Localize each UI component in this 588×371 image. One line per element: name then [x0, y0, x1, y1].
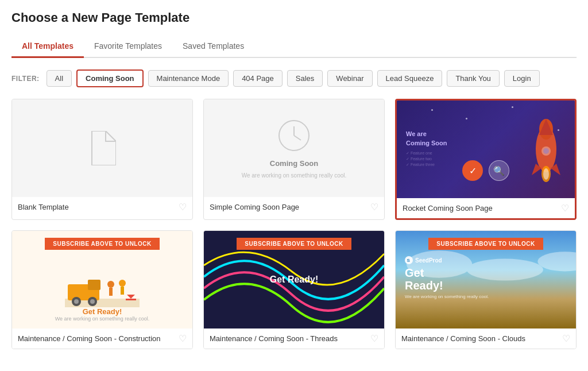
- rocket-list-item-3: ✓ Feature three: [406, 163, 447, 167]
- heart-icon-simple[interactable]: ♡: [370, 202, 378, 212]
- subscribe-label-clouds: SUBSCRIBE ABOVE TO UNLOCK: [428, 238, 543, 250]
- filter-btn-login[interactable]: Login: [504, 70, 540, 87]
- subscribe-label-threads: SUBSCRIBE ABOVE TO UNLOCK: [237, 238, 351, 250]
- filter-btn-thank-you[interactable]: Thank You: [447, 70, 499, 87]
- rocket-left-content: We are Coming Soon ✓ Feature one ✓ Featu…: [397, 119, 457, 180]
- template-preview-clouds: SUBSCRIBE ABOVE TO UNLOCK S: [396, 231, 576, 329]
- template-preview-construction: SUBSCRIBE ABOVE TO UNLOCK: [12, 231, 192, 329]
- svg-rect-21: [126, 299, 136, 300]
- page-title: Choose a New Page Template: [11, 10, 577, 25]
- clouds-bg: SUBSCRIBE ABOVE TO UNLOCK S: [396, 231, 576, 329]
- rocket-list-item-2: ✓ Feature two: [406, 157, 447, 161]
- blank-template-icon: [88, 131, 116, 165]
- filter-btn-lead-squeeze[interactable]: Lead Squeeze: [377, 70, 443, 87]
- subscribe-banner-clouds: SUBSCRIBE ABOVE TO UNLOCK: [396, 238, 576, 250]
- star-2: [466, 118, 467, 119]
- page-container: Choose a New Page Template All Templates…: [0, 0, 588, 371]
- template-name-threads: Maintenance / Coming Soon - Threads: [210, 334, 338, 343]
- threads-bg: SUBSCRIBE ABOVE TO UNLOCK Get Ready!: [204, 231, 384, 329]
- filter-btn-maintenance[interactable]: Maintenance Mode: [148, 70, 229, 87]
- template-footer-clouds: Maintenance / Coming Soon - Clouds ♡: [396, 329, 576, 349]
- construction-illustration: [65, 256, 140, 307]
- clouds-sub: We are working on something really cool.: [405, 294, 567, 299]
- construction-text-area: Get Ready! We are working on something r…: [55, 307, 149, 322]
- rocket-bg: We are Coming Soon ✓ Feature one ✓ Featu…: [397, 101, 575, 198]
- template-preview-rocket: We are Coming Soon ✓ Feature one ✓ Featu…: [397, 101, 575, 198]
- template-preview-simple: Coming Soon We are working on something …: [204, 99, 384, 197]
- templates-grid: Blank Template ♡ Coming Soon We are work: [11, 99, 577, 349]
- filter-btn-404[interactable]: 404 Page: [233, 70, 283, 87]
- coming-soon-sublabel: We are working on something really cool.: [242, 172, 347, 179]
- template-preview-blank: [12, 99, 192, 197]
- svg-text:S: S: [407, 258, 411, 263]
- template-footer-rocket: Rocket Coming Soon Page ♡: [397, 198, 575, 218]
- template-name-rocket: Rocket Coming Soon Page: [403, 204, 493, 212]
- svg-point-13: [74, 299, 79, 304]
- tabs-bar: All Templates Favorite Templates Saved T…: [11, 36, 577, 58]
- filter-row: FILTER: All Coming Soon Maintenance Mode…: [11, 69, 577, 87]
- filter-btn-sales[interactable]: Sales: [287, 70, 323, 87]
- subscribe-banner-construction: SUBSCRIBE ABOVE TO UNLOCK: [12, 238, 192, 250]
- filter-btn-all[interactable]: All: [47, 70, 72, 87]
- svg-rect-19: [121, 287, 124, 295]
- svg-marker-20: [127, 295, 135, 299]
- template-card-construction[interactable]: SUBSCRIBE ABOVE TO UNLOCK: [11, 230, 193, 349]
- template-card-rocket[interactable]: We are Coming Soon ✓ Feature one ✓ Featu…: [395, 99, 577, 220]
- template-name-blank: Blank Template: [18, 203, 69, 211]
- heart-icon-threads[interactable]: ♡: [370, 333, 378, 344]
- tab-favorite-templates[interactable]: Favorite Templates: [84, 36, 172, 58]
- template-preview-threads: SUBSCRIBE ABOVE TO UNLOCK Get Ready!: [204, 231, 384, 329]
- template-card-blank[interactable]: Blank Template ♡: [11, 99, 193, 220]
- svg-point-18: [119, 280, 126, 287]
- seedprod-logo-icon: S: [405, 256, 413, 264]
- construction-bg: SUBSCRIBE ABOVE TO UNLOCK: [12, 231, 192, 329]
- subscribe-label-construction: SUBSCRIBE ABOVE TO UNLOCK: [45, 238, 159, 250]
- svg-point-16: [107, 281, 114, 288]
- clock-icon: [277, 118, 311, 154]
- template-footer-construction: Maintenance / Coming Soon - Construction…: [12, 329, 192, 349]
- threads-text-area: Get Ready!: [270, 275, 318, 285]
- template-footer-blank: Blank Template ♡: [12, 197, 192, 217]
- clouds-content: S SeedProd GetReady! We are working on s…: [405, 256, 567, 299]
- svg-point-15: [90, 299, 95, 304]
- simple-coming-soon-preview: Coming Soon We are working on something …: [242, 118, 347, 179]
- construction-sub: We are working on something really cool.: [55, 316, 149, 322]
- template-card-threads[interactable]: SUBSCRIBE ABOVE TO UNLOCK Get Ready! Ma: [203, 230, 385, 349]
- tab-all-templates[interactable]: All Templates: [11, 36, 84, 58]
- template-card-clouds[interactable]: SUBSCRIBE ABOVE TO UNLOCK S: [395, 230, 577, 349]
- rocket-list: ✓ Feature one ✓ Feature two ✓ Feature th…: [406, 151, 447, 167]
- svg-rect-11: [88, 280, 100, 290]
- rocket-subtitle-2: Coming Soon: [406, 140, 447, 146]
- select-template-button[interactable]: ✓: [462, 160, 483, 181]
- heart-icon-construction[interactable]: ♡: [179, 333, 187, 344]
- svg-point-6: [543, 148, 549, 154]
- rocket-illustration: [512, 106, 569, 194]
- filter-btn-webinar[interactable]: Webinar: [327, 70, 372, 87]
- rocket-title: We are: [406, 130, 447, 137]
- threads-get-ready: Get Ready!: [270, 275, 318, 285]
- preview-template-button[interactable]: 🔍: [489, 160, 509, 181]
- seedprod-text: SeedProd: [415, 257, 442, 264]
- subscribe-banner-threads: SUBSCRIBE ABOVE TO UNLOCK: [204, 238, 384, 250]
- construction-get-ready: Get Ready!: [55, 307, 149, 316]
- heart-icon-clouds[interactable]: ♡: [562, 333, 570, 344]
- selected-overlay: ✓ 🔍: [462, 160, 509, 181]
- seedprod-branding: S SeedProd: [405, 256, 567, 264]
- clouds-get-ready: GetReady!: [405, 266, 567, 292]
- heart-icon-blank[interactable]: ♡: [179, 202, 187, 212]
- svg-rect-17: [109, 288, 113, 296]
- template-name-clouds: Maintenance / Coming Soon - Clouds: [401, 334, 525, 343]
- heart-icon-rocket[interactable]: ♡: [561, 203, 569, 214]
- template-footer-threads: Maintenance / Coming Soon - Threads ♡: [204, 329, 384, 349]
- template-footer-simple: Simple Coming Soon Page ♡: [204, 197, 384, 217]
- template-name-construction: Maintenance / Coming Soon - Construction: [18, 334, 161, 343]
- svg-point-8: [543, 168, 549, 180]
- rocket-list-item-1: ✓ Feature one: [406, 151, 447, 156]
- template-name-simple: Simple Coming Soon Page: [210, 203, 299, 211]
- star-1: [431, 109, 433, 111]
- coming-soon-label: Coming Soon: [270, 159, 319, 168]
- template-card-simple-coming-soon[interactable]: Coming Soon We are working on something …: [203, 99, 385, 220]
- filter-label: FILTER:: [11, 75, 40, 83]
- tab-saved-templates[interactable]: Saved Templates: [172, 36, 254, 58]
- filter-btn-coming-soon[interactable]: Coming Soon: [76, 69, 144, 87]
